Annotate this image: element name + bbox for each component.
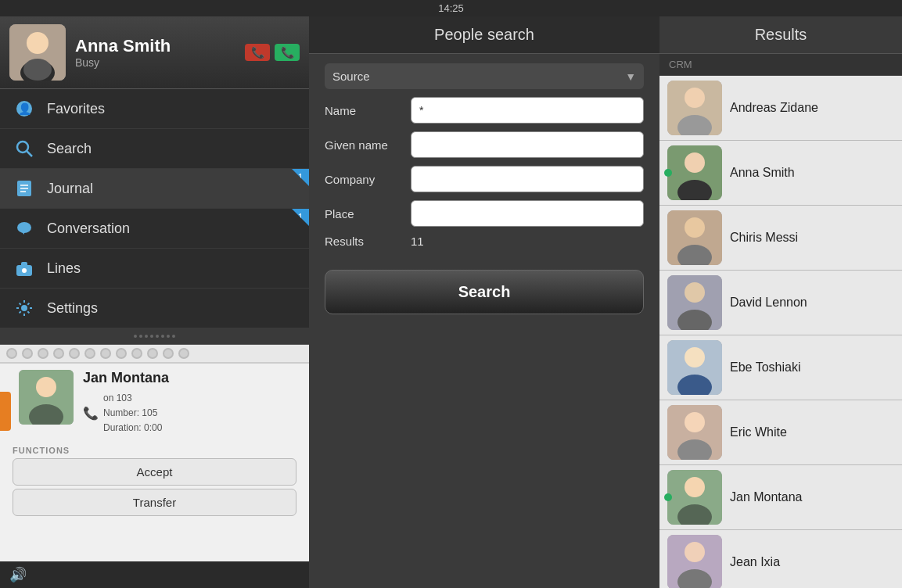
- conversation-label: Conversation: [47, 220, 130, 237]
- caller-avatar: [19, 370, 74, 425]
- transfer-button[interactable]: Transfer: [13, 489, 296, 516]
- avatar: [9, 24, 66, 81]
- list-item[interactable]: Ebe Toshiaki: [659, 335, 902, 400]
- contact-avatar: [667, 535, 722, 588]
- call-icon-line: 📞 on 103 Number: 105 Duration: 0:00: [83, 391, 169, 436]
- left-panel: Anna Smith Busy 📞 📞 👤 Favorites Search: [0, 16, 309, 588]
- svg-point-17: [21, 305, 27, 311]
- user-name: Anna Smith: [75, 36, 235, 56]
- list-item[interactable]: Jean Ixia: [659, 530, 902, 588]
- contact-name: Jan Montana: [730, 490, 803, 504]
- sidebar-item-conversation[interactable]: Conversation 1: [0, 209, 309, 249]
- user-info: Anna Smith Busy: [75, 36, 235, 69]
- contact-name: Jean Ixia: [730, 555, 780, 569]
- source-label: Source: [332, 70, 370, 83]
- search-icon: [13, 137, 36, 160]
- conversation-icon: [13, 217, 36, 240]
- list-item[interactable]: Chiris Messi: [659, 206, 902, 271]
- crm-label: CRM: [659, 54, 902, 76]
- svg-line-7: [27, 152, 33, 157]
- speaker-icon: 🔊: [9, 566, 27, 583]
- user-header: Anna Smith Busy 📞 📞: [0, 16, 309, 89]
- results-title: Results: [672, 26, 889, 44]
- call-card: Jan Montana 📞 on 103 Number: 105 Duratio…: [0, 344, 309, 561]
- svg-rect-15: [21, 262, 27, 267]
- contact-name: Ebe Toshiaki: [730, 360, 800, 375]
- svg-point-28: [685, 217, 705, 238]
- search-label: Search: [47, 141, 92, 157]
- svg-point-22: [685, 88, 705, 108]
- svg-point-40: [685, 477, 705, 497]
- status-dot-green: [664, 169, 672, 177]
- sidebar-item-journal[interactable]: Journal 1: [0, 169, 309, 209]
- sidebar-item-settings[interactable]: Settings: [0, 289, 309, 328]
- svg-point-1: [27, 32, 49, 54]
- given-name-row: Given name: [325, 131, 644, 158]
- contact-name: Eric White: [730, 425, 787, 439]
- contact-name: Anna Smith: [730, 166, 795, 180]
- svg-point-37: [685, 412, 705, 432]
- status-bar: 14:25: [0, 0, 902, 16]
- contact-name: Chiris Messi: [730, 231, 798, 245]
- contact-avatar: [667, 405, 722, 460]
- contact-name: Andreas Zidane: [730, 101, 818, 115]
- contact-name: David Lennon: [730, 296, 807, 310]
- list-item[interactable]: Andreas Zidane: [659, 76, 902, 141]
- svg-point-34: [685, 347, 705, 368]
- svg-point-6: [17, 142, 28, 152]
- user-status: Busy: [75, 56, 235, 69]
- results-list: Andreas Zidane Anna Smith Chiris Messi: [659, 76, 902, 588]
- list-item[interactable]: Jan Montana: [659, 465, 902, 530]
- middle-panel: People search Source ▼ Name Given name C…: [309, 16, 659, 588]
- sidebar-item-search[interactable]: Search: [0, 129, 309, 169]
- source-dropdown[interactable]: Source ▼: [325, 63, 644, 89]
- list-item[interactable]: Anna Smith: [659, 141, 902, 206]
- contact-avatar: [667, 470, 722, 525]
- place-input[interactable]: [411, 200, 644, 227]
- call-card-body: Jan Montana 📞 on 103 Number: 105 Duratio…: [0, 364, 309, 443]
- speaker-bar: 🔊: [0, 561, 309, 588]
- call-line: on 103: [103, 391, 162, 406]
- main-layout: Anna Smith Busy 📞 📞 👤 Favorites Search: [0, 16, 902, 588]
- place-label: Place: [325, 207, 403, 220]
- user-icons: 📞 📞: [245, 44, 300, 61]
- sidebar-item-favorites[interactable]: 👤 Favorites: [0, 89, 309, 129]
- svg-point-3: [23, 59, 52, 81]
- lines-icon: [13, 256, 36, 280]
- journal-badge: 1: [292, 169, 309, 186]
- lines-label: Lines: [47, 260, 81, 277]
- settings-label: Settings: [47, 300, 98, 317]
- name-row: Name: [325, 97, 644, 124]
- call-duration: Duration: 0:00: [103, 421, 162, 436]
- accept-button[interactable]: Accept: [13, 458, 296, 486]
- results-count: 11: [411, 235, 424, 248]
- contact-avatar: [667, 275, 722, 330]
- orange-tab: [0, 392, 11, 431]
- notebook-binding: [0, 345, 309, 364]
- phone-red-icon[interactable]: 📞: [245, 44, 270, 61]
- search-button[interactable]: Search: [325, 270, 644, 314]
- name-label: Name: [325, 104, 403, 117]
- results-label: Results: [325, 235, 403, 248]
- given-name-label: Given name: [325, 138, 403, 152]
- svg-point-25: [685, 152, 705, 173]
- phone-green-icon[interactable]: 📞: [275, 44, 300, 61]
- call-actions: Accept Transfer: [0, 458, 309, 522]
- name-input[interactable]: [411, 97, 644, 124]
- right-panel: Results CRM Andreas Zidane Anna Smith: [659, 16, 902, 588]
- status-dot-green: [664, 493, 672, 501]
- contact-avatar: [667, 81, 722, 135]
- company-input[interactable]: [411, 166, 644, 192]
- svg-point-19: [36, 377, 56, 397]
- star-icon: 👤: [13, 97, 36, 120]
- list-item[interactable]: Eric White: [659, 400, 902, 465]
- results-row: Results 11: [325, 235, 644, 248]
- list-item[interactable]: David Lennon: [659, 271, 902, 335]
- svg-text:👤: 👤: [18, 102, 32, 116]
- dots-separator: [0, 328, 309, 344]
- call-phone-icon: 📞: [83, 406, 99, 421]
- sidebar-item-lines[interactable]: Lines: [0, 249, 309, 289]
- contact-avatar: [667, 210, 722, 265]
- favorites-label: Favorites: [47, 101, 105, 117]
- given-name-input[interactable]: [411, 131, 644, 158]
